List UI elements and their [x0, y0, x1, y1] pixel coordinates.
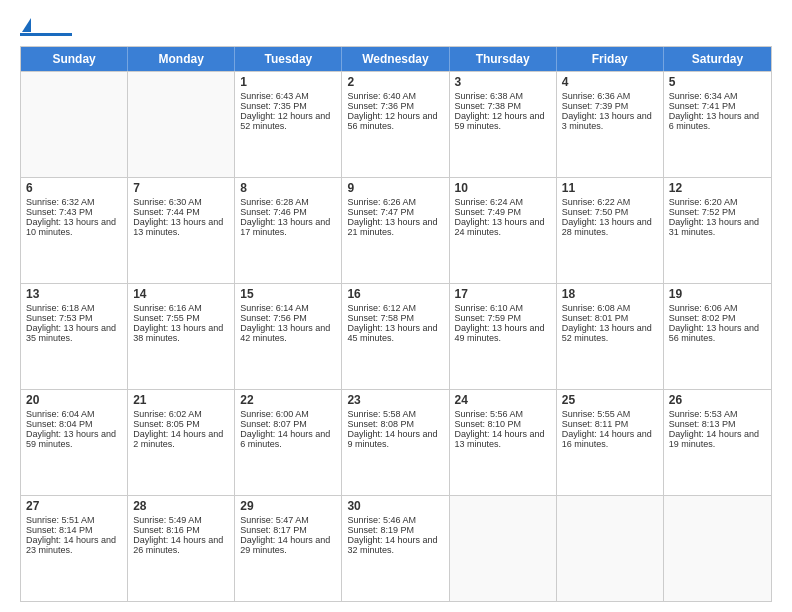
calendar-week-1: 1Sunrise: 6:43 AMSunset: 7:35 PMDaylight…	[21, 71, 771, 177]
day-number: 17	[455, 287, 551, 301]
calendar-cell-w4-d1: 20Sunrise: 6:04 AMSunset: 8:04 PMDayligh…	[21, 390, 128, 495]
day-info-line: Sunset: 8:10 PM	[455, 419, 551, 429]
calendar-week-3: 13Sunrise: 6:18 AMSunset: 7:53 PMDayligh…	[21, 283, 771, 389]
day-info-line: Sunrise: 5:56 AM	[455, 409, 551, 419]
day-info-line: Sunset: 7:47 PM	[347, 207, 443, 217]
day-info-line: Sunrise: 6:10 AM	[455, 303, 551, 313]
day-info-line: Sunset: 7:55 PM	[133, 313, 229, 323]
day-number: 24	[455, 393, 551, 407]
logo-triangle-icon	[22, 18, 31, 32]
day-info-line: Sunset: 8:17 PM	[240, 525, 336, 535]
day-info-line: Sunrise: 6:00 AM	[240, 409, 336, 419]
day-info-line: Sunrise: 5:46 AM	[347, 515, 443, 525]
calendar-header: Sunday Monday Tuesday Wednesday Thursday…	[21, 47, 771, 71]
day-number: 14	[133, 287, 229, 301]
day-info-line: Sunset: 8:14 PM	[26, 525, 122, 535]
day-info-line: Sunset: 8:04 PM	[26, 419, 122, 429]
day-info-line: Daylight: 13 hours and 35 minutes.	[26, 323, 122, 343]
day-info-line: Sunset: 7:50 PM	[562, 207, 658, 217]
day-info-line: Daylight: 14 hours and 6 minutes.	[240, 429, 336, 449]
day-info-line: Sunrise: 5:53 AM	[669, 409, 766, 419]
calendar-cell-w2-d3: 8Sunrise: 6:28 AMSunset: 7:46 PMDaylight…	[235, 178, 342, 283]
day-number: 5	[669, 75, 766, 89]
day-info-line: Sunset: 8:05 PM	[133, 419, 229, 429]
calendar-cell-w5-d5	[450, 496, 557, 601]
day-info-line: Sunrise: 6:16 AM	[133, 303, 229, 313]
calendar-cell-w2-d7: 12Sunrise: 6:20 AMSunset: 7:52 PMDayligh…	[664, 178, 771, 283]
calendar-cell-w1-d5: 3Sunrise: 6:38 AMSunset: 7:38 PMDaylight…	[450, 72, 557, 177]
day-info-line: Sunset: 7:59 PM	[455, 313, 551, 323]
day-info-line: Daylight: 13 hours and 42 minutes.	[240, 323, 336, 343]
day-header-monday: Monday	[128, 47, 235, 71]
day-info-line: Daylight: 13 hours and 52 minutes.	[562, 323, 658, 343]
page: Sunday Monday Tuesday Wednesday Thursday…	[0, 0, 792, 612]
day-number: 9	[347, 181, 443, 195]
calendar-body: 1Sunrise: 6:43 AMSunset: 7:35 PMDaylight…	[21, 71, 771, 601]
day-number: 11	[562, 181, 658, 195]
day-info-line: Daylight: 12 hours and 52 minutes.	[240, 111, 336, 131]
day-info-line: Sunrise: 6:30 AM	[133, 197, 229, 207]
day-info-line: Sunrise: 6:24 AM	[455, 197, 551, 207]
day-info-line: Daylight: 13 hours and 56 minutes.	[669, 323, 766, 343]
day-number: 28	[133, 499, 229, 513]
day-info-line: Daylight: 14 hours and 9 minutes.	[347, 429, 443, 449]
calendar-cell-w1-d3: 1Sunrise: 6:43 AMSunset: 7:35 PMDaylight…	[235, 72, 342, 177]
day-number: 10	[455, 181, 551, 195]
day-info-line: Sunset: 8:02 PM	[669, 313, 766, 323]
day-info-line: Sunset: 8:01 PM	[562, 313, 658, 323]
day-info-line: Daylight: 13 hours and 21 minutes.	[347, 217, 443, 237]
calendar-cell-w2-d5: 10Sunrise: 6:24 AMSunset: 7:49 PMDayligh…	[450, 178, 557, 283]
day-info-line: Daylight: 12 hours and 59 minutes.	[455, 111, 551, 131]
day-info-line: Sunrise: 6:43 AM	[240, 91, 336, 101]
day-number: 2	[347, 75, 443, 89]
day-info-line: Sunrise: 5:55 AM	[562, 409, 658, 419]
day-info-line: Sunrise: 5:51 AM	[26, 515, 122, 525]
day-info-line: Sunset: 8:13 PM	[669, 419, 766, 429]
calendar-cell-w3-d6: 18Sunrise: 6:08 AMSunset: 8:01 PMDayligh…	[557, 284, 664, 389]
day-info-line: Daylight: 14 hours and 26 minutes.	[133, 535, 229, 555]
day-info-line: Sunrise: 6:14 AM	[240, 303, 336, 313]
calendar-cell-w5-d7	[664, 496, 771, 601]
logo-underline	[20, 33, 72, 36]
day-header-thursday: Thursday	[450, 47, 557, 71]
header	[20, 18, 772, 36]
calendar-week-2: 6Sunrise: 6:32 AMSunset: 7:43 PMDaylight…	[21, 177, 771, 283]
day-info-line: Sunrise: 6:18 AM	[26, 303, 122, 313]
day-number: 30	[347, 499, 443, 513]
day-number: 18	[562, 287, 658, 301]
day-number: 25	[562, 393, 658, 407]
calendar-cell-w4-d3: 22Sunrise: 6:00 AMSunset: 8:07 PMDayligh…	[235, 390, 342, 495]
day-info-line: Daylight: 14 hours and 29 minutes.	[240, 535, 336, 555]
day-info-line: Sunset: 7:53 PM	[26, 313, 122, 323]
day-info-line: Daylight: 13 hours and 38 minutes.	[133, 323, 229, 343]
day-number: 12	[669, 181, 766, 195]
calendar-cell-w3-d1: 13Sunrise: 6:18 AMSunset: 7:53 PMDayligh…	[21, 284, 128, 389]
day-info-line: Sunrise: 6:22 AM	[562, 197, 658, 207]
day-number: 4	[562, 75, 658, 89]
day-info-line: Daylight: 13 hours and 31 minutes.	[669, 217, 766, 237]
calendar-cell-w5-d6	[557, 496, 664, 601]
day-info-line: Daylight: 13 hours and 45 minutes.	[347, 323, 443, 343]
day-info-line: Sunset: 7:38 PM	[455, 101, 551, 111]
day-info-line: Sunrise: 6:32 AM	[26, 197, 122, 207]
day-info-line: Sunrise: 6:28 AM	[240, 197, 336, 207]
calendar-cell-w1-d2	[128, 72, 235, 177]
calendar-cell-w3-d7: 19Sunrise: 6:06 AMSunset: 8:02 PMDayligh…	[664, 284, 771, 389]
calendar-cell-w1-d7: 5Sunrise: 6:34 AMSunset: 7:41 PMDaylight…	[664, 72, 771, 177]
day-info-line: Daylight: 12 hours and 56 minutes.	[347, 111, 443, 131]
calendar-cell-w4-d5: 24Sunrise: 5:56 AMSunset: 8:10 PMDayligh…	[450, 390, 557, 495]
day-number: 16	[347, 287, 443, 301]
day-info-line: Sunrise: 5:58 AM	[347, 409, 443, 419]
calendar-cell-w2-d4: 9Sunrise: 6:26 AMSunset: 7:47 PMDaylight…	[342, 178, 449, 283]
day-info-line: Sunset: 8:07 PM	[240, 419, 336, 429]
day-info-line: Daylight: 13 hours and 10 minutes.	[26, 217, 122, 237]
day-number: 23	[347, 393, 443, 407]
day-info-line: Daylight: 14 hours and 13 minutes.	[455, 429, 551, 449]
day-info-line: Sunset: 7:35 PM	[240, 101, 336, 111]
day-info-line: Daylight: 13 hours and 3 minutes.	[562, 111, 658, 131]
day-number: 8	[240, 181, 336, 195]
day-info-line: Daylight: 13 hours and 24 minutes.	[455, 217, 551, 237]
day-header-sunday: Sunday	[21, 47, 128, 71]
day-info-line: Sunset: 8:11 PM	[562, 419, 658, 429]
calendar-cell-w4-d6: 25Sunrise: 5:55 AMSunset: 8:11 PMDayligh…	[557, 390, 664, 495]
